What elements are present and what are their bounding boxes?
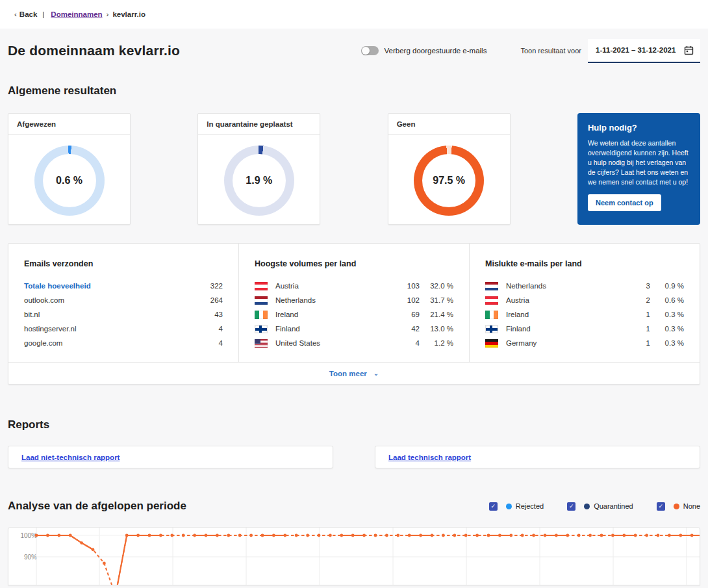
table-row: google.com 4	[24, 336, 223, 350]
breadcrumb-divider: |	[42, 10, 44, 18]
date-range-input[interactable]: 1-11-2021 – 31-12-2021	[588, 39, 700, 63]
section-heading-analysis: Analyse van de afgelopen periode	[8, 500, 186, 513]
quarantined-checkbox[interactable]	[567, 502, 575, 511]
row-count: 1	[620, 339, 650, 347]
hide-forwarded-toggle[interactable]	[361, 46, 379, 55]
row-count: 69	[390, 311, 420, 318]
page-header: De domeinnaam kevlarr.io Verberg doorges…	[8, 38, 700, 64]
row-value: 43	[193, 311, 223, 318]
chevron-down-icon: ⌄	[373, 370, 379, 377]
chart-legend: Rejected Quarantined None	[489, 502, 700, 511]
row-count: 42	[390, 325, 420, 333]
country-label: Finland	[506, 325, 620, 333]
table-row: Finland 1 0.3 %	[485, 322, 684, 336]
table-row: outlook.com 264	[24, 293, 223, 307]
show-more-button[interactable]: Toon meer ⌄	[329, 370, 379, 377]
country-label: Netherlands	[506, 282, 620, 290]
row-value: 322	[193, 282, 223, 290]
table-row: Ireland 1 0.3 %	[485, 307, 684, 322]
row-label: hostingserver.nl	[24, 325, 193, 333]
table-row: Netherlands 3 0.9 %	[485, 279, 684, 293]
flag-netherlands-icon	[255, 296, 268, 305]
donut-card-title: Geen	[388, 114, 510, 135]
back-chevron-icon: ‹	[14, 10, 17, 18]
donut-value: 1.9 %	[246, 175, 272, 186]
row-percent: 0.3 %	[650, 339, 684, 347]
reports-row: Laad niet-technisch rapport Laad technis…	[8, 446, 700, 468]
show-more-label: Toon meer	[329, 370, 367, 377]
row-value: 4	[193, 325, 223, 333]
row-count: 102	[390, 296, 420, 304]
table-row: Ireland 69 21.4 %	[255, 307, 453, 322]
table-row: United States 4 1.2 %	[255, 336, 453, 350]
table-row: Finland 42 13.0 %	[255, 322, 453, 336]
row-value: 4	[193, 339, 223, 347]
table-row: Netherlands 102 31.7 %	[255, 293, 453, 307]
rejected-checkbox[interactable]	[489, 502, 498, 511]
report-card-technical: Laad technisch rapport	[375, 446, 700, 468]
contact-button[interactable]: Neem contact op	[588, 194, 661, 211]
flag-united-states-icon	[255, 339, 268, 348]
row-count: 3	[620, 282, 650, 290]
table-row: Austria 2 0.6 %	[485, 293, 684, 307]
flag-finland-icon	[485, 325, 498, 333]
breadcrumb-link-domeinnamen[interactable]: Domeinnamen	[51, 10, 102, 18]
none-checkbox[interactable]	[657, 502, 665, 511]
legend-label: Rejected	[516, 502, 544, 510]
donut-card-quarantined: In quarantaine geplaatst 1.9 %	[197, 113, 320, 225]
row-value: 264	[193, 296, 223, 304]
table-row: Germany 1 0.3 %	[485, 336, 684, 350]
trend-chart-card: 100% 90%	[8, 527, 700, 585]
failed-emails-column: Mislukte e-mails per land Netherlands 3 …	[469, 244, 700, 362]
flag-finland-icon	[255, 325, 268, 333]
calendar-icon[interactable]	[684, 45, 694, 55]
table-row: Austria 103 32.0 %	[255, 279, 453, 293]
row-count: 1	[620, 325, 650, 333]
help-card-body: We weten dat deze aantallen overweldigen…	[588, 138, 690, 187]
country-label: Netherlands	[275, 296, 390, 304]
toggle-knob	[362, 47, 370, 55]
section-heading-reports: Reports	[8, 418, 700, 431]
general-cards-row: Afgewezen 0.6 % In quarantaine geplaatst…	[8, 113, 700, 225]
emails-sent-column: Emails verzonden Totale hoeveelheid 322 …	[8, 244, 238, 362]
breadcrumb-separator-icon: ›	[107, 10, 109, 18]
legend-item-rejected: Rejected	[489, 502, 544, 511]
row-percent: 13.0 %	[420, 325, 453, 333]
analysis-header: Analyse van de afgelopen periode Rejecte…	[8, 500, 700, 513]
quarantined-dot-icon	[584, 504, 590, 509]
row-percent: 0.3 %	[650, 311, 684, 318]
help-card: Hulp nodig? We weten dat deze aantallen …	[577, 113, 700, 225]
table-row: bit.nl 43	[24, 307, 223, 322]
non-technical-report-link[interactable]: Laad niet-technisch rapport	[21, 454, 120, 461]
flag-ireland-icon	[255, 311, 268, 319]
column-heading: Mislukte e-mails per land	[485, 259, 684, 268]
legend-item-none: None	[657, 502, 700, 511]
country-label: Germany	[506, 339, 620, 347]
quarantined-donut-chart: 1.9 %	[224, 146, 294, 216]
country-label: Austria	[275, 282, 390, 290]
technical-report-link[interactable]: Laad technisch rapport	[388, 454, 471, 461]
flag-austria-icon	[485, 296, 498, 305]
legend-label: None	[683, 502, 700, 510]
breadcrumb: ‹ Back | Domeinnamen › kevlarr.io	[0, 0, 708, 29]
donut-card-title: In quarantaine geplaatst	[198, 114, 320, 135]
donut-value: 0.6 %	[56, 175, 82, 186]
section-heading-general: Algemene resultaten	[8, 84, 700, 97]
table-row: hostingserver.nl 4	[24, 322, 223, 336]
donut-card-none: Geen 97.5 %	[388, 113, 511, 225]
row-count: 2	[620, 296, 650, 304]
row-percent: 0.9 %	[650, 282, 684, 290]
flag-germany-icon	[485, 339, 498, 348]
highest-volumes-column: Hoogste volumes per land Austria 103 32.…	[238, 244, 469, 362]
country-label: Austria	[506, 296, 620, 304]
country-label: Ireland	[275, 311, 390, 318]
row-count: 4	[390, 339, 420, 347]
none-donut-chart: 97.5 %	[414, 146, 484, 216]
date-filter-label: Toon resultaat voor	[520, 47, 581, 55]
total-amount-link[interactable]: Totale hoeveelheid	[24, 282, 193, 290]
trend-line-chart	[8, 528, 700, 585]
toggle-label: Verberg doorgestuurde e-mails	[385, 47, 487, 55]
rejected-dot-icon	[506, 504, 512, 509]
back-button[interactable]: Back	[19, 10, 38, 18]
row-percent: 32.0 %	[420, 282, 453, 290]
